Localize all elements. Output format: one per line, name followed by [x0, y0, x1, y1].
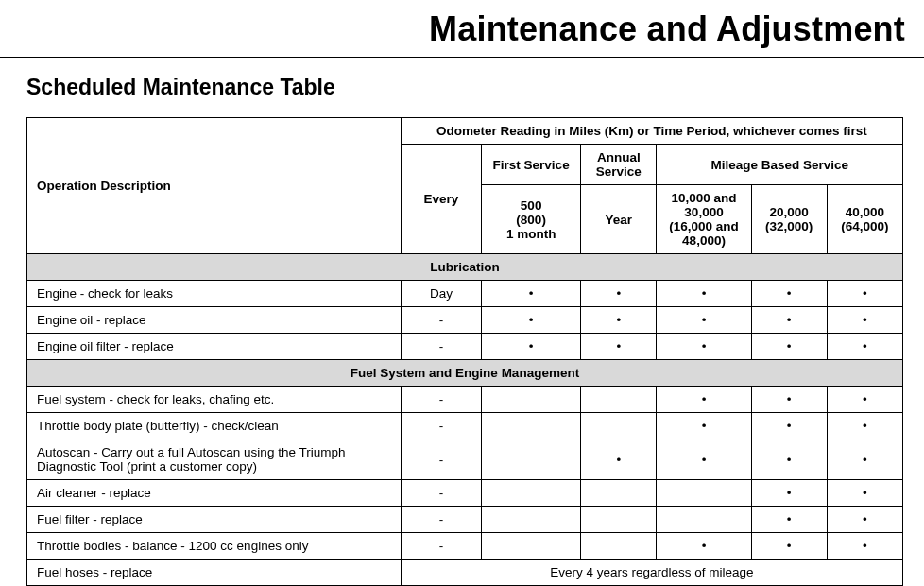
op-desc: Fuel system - check for leaks, chafing e… — [27, 387, 402, 413]
cell: • — [751, 413, 827, 440]
table-row: Autoscan - Carry out a full Autoscan usi… — [27, 440, 903, 480]
cell — [482, 480, 581, 507]
col-mileage-service: Mileage Based Service — [657, 145, 903, 185]
op-desc: Engine - check for leaks — [27, 281, 402, 307]
cell: • — [482, 281, 581, 307]
cell: • — [751, 307, 827, 334]
cell — [482, 533, 581, 560]
col-m3: 40,000 (64,000) — [827, 185, 902, 254]
cell: • — [482, 334, 581, 360]
op-desc: Throttle body plate (butterfly) - check/… — [27, 413, 402, 440]
cell: • — [657, 334, 751, 360]
col-annual-detail: Year — [581, 185, 657, 254]
op-desc: Autoscan - Carry out a full Autoscan usi… — [27, 440, 402, 480]
cell: • — [827, 480, 902, 507]
cell — [581, 413, 657, 440]
cell — [581, 533, 657, 560]
cell: - — [401, 413, 481, 440]
cell: • — [657, 413, 751, 440]
cell: • — [657, 440, 751, 480]
table-row: Throttle body plate (butterfly) - check/… — [27, 413, 903, 440]
cell: • — [751, 387, 827, 413]
cell: Day — [401, 281, 481, 307]
table-row: Engine oil - replace - • • • • • — [27, 307, 903, 334]
section-lubrication-label: Lubrication — [27, 254, 903, 281]
cell: • — [751, 440, 827, 480]
col-first-detail: 500 (800) 1 month — [482, 185, 581, 254]
table-row: Air cleaner - replace - • • — [27, 480, 903, 507]
section-title: Scheduled Maintenance Table — [0, 75, 924, 117]
col-first-service: First Service — [482, 145, 581, 185]
cell — [581, 480, 657, 507]
cell — [482, 387, 581, 413]
cell — [657, 507, 751, 533]
cell: - — [401, 533, 481, 560]
cell: • — [581, 440, 657, 480]
page-title-container: Maintenance and Adjustment — [0, 0, 924, 58]
col-m2: 20,000 (32,000) — [751, 185, 827, 254]
cell — [581, 387, 657, 413]
cell — [482, 507, 581, 533]
cell: - — [401, 440, 481, 480]
section-fuel: Fuel System and Engine Management — [27, 360, 903, 387]
table-row: Engine oil filter - replace - • • • • • — [27, 334, 903, 360]
col-m1: 10,000 and 30,000 (16,000 and 48,000) — [657, 185, 751, 254]
cell: • — [827, 281, 902, 307]
section-fuel-label: Fuel System and Engine Management — [27, 360, 903, 387]
cell: • — [751, 281, 827, 307]
cell: • — [827, 507, 902, 533]
op-desc: Fuel filter - replace — [27, 507, 402, 533]
op-desc: Air cleaner - replace — [27, 480, 402, 507]
cell: • — [751, 334, 827, 360]
cell: • — [827, 533, 902, 560]
col-operation-description: Operation Description — [27, 118, 402, 254]
cell — [657, 480, 751, 507]
cell: • — [581, 307, 657, 334]
cell: • — [657, 533, 751, 560]
cell: • — [581, 334, 657, 360]
table-row: Fuel filter - replace - • • — [27, 507, 903, 533]
cell — [482, 413, 581, 440]
section-lubrication: Lubrication — [27, 254, 903, 281]
cell: - — [401, 480, 481, 507]
cell: • — [827, 413, 902, 440]
cell: • — [827, 387, 902, 413]
cell: - — [401, 387, 481, 413]
cell: • — [827, 334, 902, 360]
cell — [581, 507, 657, 533]
cell — [482, 440, 581, 480]
cell: • — [657, 281, 751, 307]
cell: - — [401, 334, 481, 360]
table-row: Fuel system - check for leaks, chafing e… — [27, 387, 903, 413]
op-desc: Fuel hoses - replace — [27, 560, 402, 586]
op-desc: Engine oil - replace — [27, 307, 402, 334]
col-every: Every — [401, 145, 481, 254]
cell: • — [751, 533, 827, 560]
cell: - — [401, 507, 481, 533]
col-annual-service: Annual Service — [581, 145, 657, 185]
op-desc: Throttle bodies - balance - 1200 cc engi… — [27, 533, 402, 560]
cell: • — [751, 480, 827, 507]
table-row: Engine - check for leaks Day • • • • • — [27, 281, 903, 307]
cell: - — [401, 307, 481, 334]
page-title: Maintenance and Adjustment — [19, 9, 905, 49]
table-row: Throttle bodies - balance - 1200 cc engi… — [27, 533, 903, 560]
col-odometer: Odometer Reading in Miles (Km) or Time P… — [401, 118, 902, 145]
cell: • — [581, 281, 657, 307]
span-note: Every 4 years regardless of mileage — [401, 560, 902, 586]
cell: • — [657, 387, 751, 413]
cell: • — [482, 307, 581, 334]
op-desc: Engine oil filter - replace — [27, 334, 402, 360]
cell: • — [827, 307, 902, 334]
cell: • — [827, 440, 902, 480]
table-row: Fuel hoses - replace Every 4 years regar… — [27, 560, 903, 586]
maintenance-table: Operation Description Odometer Reading i… — [26, 117, 903, 586]
table-header-row-1: Operation Description Odometer Reading i… — [27, 118, 903, 145]
cell: • — [657, 307, 751, 334]
cell: • — [751, 507, 827, 533]
